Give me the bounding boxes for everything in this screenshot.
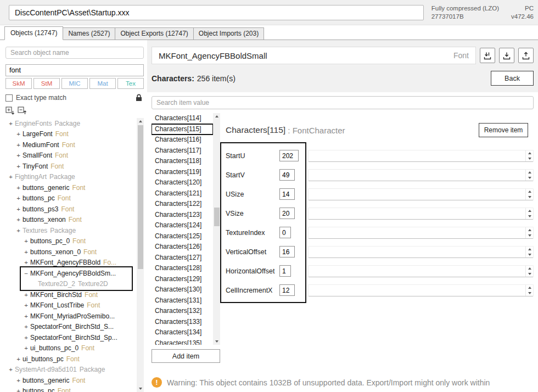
- spinner-down-icon[interactable]: [526, 175, 533, 181]
- list-item-characters-128[interactable]: Characters[128]: [152, 263, 213, 274]
- share-button[interactable]: [518, 48, 534, 63]
- field-input-cellincrementx[interactable]: [279, 284, 295, 296]
- item-search-input[interactable]: [152, 96, 534, 109]
- tree-item-ui-buttons-pc-0[interactable]: +ui_buttons_pc_0Font: [5, 343, 137, 354]
- list-item-characters-132[interactable]: Characters[132]: [152, 306, 213, 317]
- tree-item-fightingart[interactable]: +FightingArtPackage: [5, 172, 137, 183]
- field-input-usize[interactable]: [279, 188, 295, 200]
- field-slider-startu[interactable]: [308, 150, 534, 162]
- expand-icon[interactable]: +: [15, 388, 22, 392]
- spinner-up-icon[interactable]: [526, 208, 533, 214]
- field-input-verticaloffset[interactable]: [279, 246, 295, 257]
- field-spinner[interactable]: [525, 227, 533, 238]
- remove-item-button[interactable]: Remove item: [479, 123, 528, 137]
- spinner-down-icon[interactable]: [526, 214, 533, 219]
- field-spinner[interactable]: [525, 189, 533, 200]
- spinner-up-icon[interactable]: [526, 150, 533, 156]
- expand-icon[interactable]: +: [23, 313, 30, 320]
- expand-icon[interactable]: +: [15, 163, 22, 170]
- field-spinner[interactable]: [525, 208, 533, 219]
- tree-item-systemart-d9a5d101[interactable]: +SystemArt-d9a5d101Package: [5, 365, 137, 376]
- type-filter-input[interactable]: [5, 64, 144, 76]
- list-item-characters-115[interactable]: Characters[115]: [152, 124, 213, 135]
- add-item-button[interactable]: Add item: [152, 349, 220, 363]
- tree-scrollbar[interactable]: [137, 118, 144, 392]
- expand-icon[interactable]: +: [15, 195, 22, 201]
- expand-icon[interactable]: +: [15, 184, 22, 191]
- spinner-down-icon[interactable]: [526, 271, 533, 277]
- exact-type-match-checkbox[interactable]: [5, 94, 13, 102]
- list-item-characters-119[interactable]: Characters[119]: [152, 167, 213, 178]
- export-button[interactable]: [499, 48, 514, 63]
- list-item-characters-114[interactable]: Characters[114]: [152, 113, 213, 124]
- field-slider-horizontaloffset[interactable]: [308, 265, 534, 277]
- list-item-characters-122[interactable]: Characters[122]: [152, 199, 213, 210]
- tree-item-largefont[interactable]: +LargeFontFont: [5, 129, 137, 140]
- filter-tex[interactable]: Tex: [117, 78, 144, 89]
- tree-item-mkfont-birchstd[interactable]: +MKFont_BirchStdFont: [5, 289, 137, 300]
- tree-item-buttons-xenon[interactable]: +buttons_xenonFont: [5, 215, 137, 226]
- tree-item-tinyfont[interactable]: +TinyFontFont: [5, 161, 137, 172]
- scroll-up-icon[interactable]: [137, 118, 144, 125]
- tree-item-buttons-pc[interactable]: +buttons_pcFont: [5, 386, 137, 392]
- field-input-startv[interactable]: [279, 169, 295, 181]
- field-spinner[interactable]: [525, 285, 533, 296]
- collapse-icon[interactable]: −: [23, 270, 30, 277]
- tree-item-spectatorfont-birchstd-sp[interactable]: +SpectatorFont_BirchStd_Sp...: [5, 332, 137, 343]
- expand-icon[interactable]: +: [23, 292, 30, 298]
- field-input-horizontaloffset[interactable]: [279, 265, 291, 277]
- expand-all-icon[interactable]: [5, 107, 15, 115]
- spinner-down-icon[interactable]: [526, 290, 533, 296]
- field-input-vsize[interactable]: [279, 208, 295, 219]
- tree-item-texture2d-2[interactable]: Texture2D_2Texture2D: [5, 279, 137, 290]
- field-slider-cellincrementx[interactable]: [308, 284, 534, 296]
- expand-icon[interactable]: +: [15, 216, 22, 223]
- field-spinner[interactable]: [525, 150, 533, 161]
- expand-icon[interactable]: +: [23, 302, 30, 309]
- tree-item-enginefonts[interactable]: +EngineFontsPackage: [5, 118, 137, 129]
- spinner-down-icon[interactable]: [526, 156, 533, 161]
- expand-icon[interactable]: +: [7, 366, 14, 373]
- import-button[interactable]: [480, 48, 495, 63]
- list-item-characters-131[interactable]: Characters[131]: [152, 295, 213, 306]
- field-slider-usize[interactable]: [308, 188, 534, 200]
- spinner-up-icon[interactable]: [526, 170, 533, 175]
- list-item-characters-130[interactable]: Characters[130]: [152, 284, 213, 295]
- spinner-down-icon[interactable]: [526, 252, 533, 257]
- filter-stm[interactable]: StM: [33, 78, 60, 89]
- spinner-up-icon[interactable]: [526, 266, 533, 271]
- list-item-characters-121[interactable]: Characters[121]: [152, 188, 213, 199]
- list-item-characters-134[interactable]: Characters[134]: [152, 327, 213, 338]
- list-item-characters-126[interactable]: Characters[126]: [152, 242, 213, 253]
- tree-item-buttons-xenon-0[interactable]: +buttons_xenon_0Font: [5, 247, 137, 257]
- expand-icon[interactable]: +: [7, 120, 14, 127]
- tree-item-buttons-pc-0[interactable]: +buttons_pc_0Font: [5, 236, 137, 247]
- tree-item-buttons-ps3[interactable]: +buttons_ps3Font: [5, 204, 137, 215]
- expand-icon[interactable]: +: [23, 334, 30, 341]
- expand-icon[interactable]: +: [15, 142, 22, 148]
- expand-icon[interactable]: +: [15, 152, 22, 159]
- spinner-down-icon[interactable]: [526, 233, 533, 238]
- collapse-all-icon[interactable]: [18, 107, 27, 115]
- field-spinner[interactable]: [525, 247, 533, 257]
- tab-object-exports-12747[interactable]: Object Exports (12747): [115, 27, 193, 40]
- list-item-characters-118[interactable]: Characters[118]: [152, 156, 213, 167]
- filter-skm[interactable]: SkM: [5, 78, 32, 89]
- tree-item-spectatorfont-birchstd-s[interactable]: +SpectatorFont_BirchStd_S...: [5, 322, 137, 333]
- tree-item-mediumfont[interactable]: +MediumFontFont: [5, 139, 137, 150]
- spinner-up-icon[interactable]: [526, 247, 533, 252]
- tab-names-2527[interactable]: Names (2527): [63, 27, 115, 40]
- list-item-characters-117[interactable]: Characters[117]: [152, 145, 213, 156]
- file-path-input[interactable]: [9, 5, 424, 20]
- back-button[interactable]: Back: [491, 71, 534, 86]
- tree-item-mkfont-losttribe[interactable]: +MKFont_LostTribeFont: [5, 300, 137, 311]
- filter-mic[interactable]: MIC: [61, 78, 88, 89]
- scroll-down-icon[interactable]: [137, 385, 144, 392]
- expand-icon[interactable]: +: [23, 238, 30, 244]
- tab-object-imports-203[interactable]: Object Imports (203): [193, 27, 264, 40]
- expand-icon[interactable]: +: [23, 345, 30, 351]
- expand-icon[interactable]: +: [15, 356, 22, 362]
- tree-item-mkfont-agencyfbbold[interactable]: +MKFont_AgencyFBBoldFo...: [5, 257, 137, 268]
- list-item-characters-125[interactable]: Characters[125]: [152, 231, 213, 242]
- tree-item-buttons-generic[interactable]: +buttons_genericFont: [5, 375, 137, 386]
